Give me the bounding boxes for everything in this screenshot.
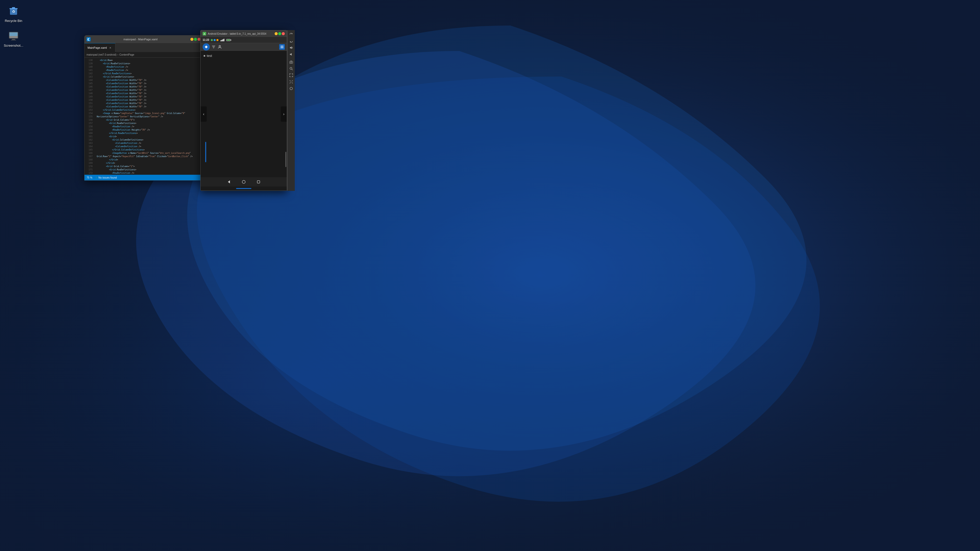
right-arrow-icon: › <box>283 112 285 116</box>
svg-rect-5 <box>12 7 15 8</box>
vscode-tab-mainpage[interactable]: MainPage.xaml ✕ <box>84 43 115 52</box>
left-arrow-icon: ‹ <box>203 112 204 116</box>
svg-rect-9 <box>10 32 18 36</box>
expand-icon[interactable] <box>288 73 294 78</box>
vscode-title-text: maisnpad - MainPage.xaml <box>92 38 189 41</box>
statusbar-zoom: 75 % <box>86 176 92 179</box>
recycle-bin-label: Recycle Bin <box>5 19 22 23</box>
grid-menu-button[interactable] <box>279 44 285 50</box>
battery-indicator <box>226 39 231 41</box>
blue-accent-bar <box>205 142 206 162</box>
filter-toolbar-icon[interactable] <box>211 44 216 49</box>
emulator-screen: ‹ test › <box>200 51 287 177</box>
minimize-button[interactable] <box>190 38 193 41</box>
vscode-win-controls <box>190 38 200 41</box>
test-text: test <box>207 54 212 58</box>
svg-point-30 <box>290 67 292 69</box>
emulator-status-icons <box>211 39 218 41</box>
shrink-icon[interactable] <box>288 79 294 85</box>
emulator-controls-bar: 11:23 <box>200 37 287 43</box>
svg-rect-20 <box>282 46 283 47</box>
emulator-maximize[interactable] <box>278 32 281 35</box>
svg-marker-23 <box>228 180 230 183</box>
statusbar-issues: ✓ No issues found <box>95 176 117 179</box>
rotate-cw-icon[interactable] <box>288 38 294 44</box>
volume-up-icon[interactable] <box>288 45 294 51</box>
svg-rect-21 <box>281 47 282 48</box>
emulator-icon: A <box>203 32 206 35</box>
tab-close-button[interactable]: ✕ <box>108 46 112 49</box>
vscode-statusbar: 75 % ✓ No issues found <box>84 175 203 180</box>
android-recents-button[interactable] <box>256 179 261 184</box>
app-toolbar <box>200 43 287 51</box>
svg-rect-19 <box>281 46 282 47</box>
emulator-right-toolbar <box>287 30 295 191</box>
test-label: test <box>204 54 284 58</box>
vscode-gutter: 138139140141142 143144145146147 14814915… <box>84 58 95 175</box>
test-bullet <box>204 55 205 57</box>
emulator-win-controls <box>275 32 285 35</box>
emulator-titlebar: A Android Emulator - tablet:5-in_7.1_res… <box>200 30 287 37</box>
status-dot-3 <box>216 39 218 41</box>
svg-rect-11 <box>11 40 16 40</box>
emulator-title-text: Android Emulator - tablet:5-in_7.1_res_a… <box>208 32 273 35</box>
android-home-button[interactable] <box>242 179 246 184</box>
android-back-button[interactable] <box>227 179 231 184</box>
svg-text:♻: ♻ <box>12 10 15 14</box>
svg-rect-10 <box>12 39 15 40</box>
app-logo <box>203 43 210 51</box>
emulator-window: A Android Emulator - tablet:5-in_7.1_res… <box>200 30 287 191</box>
person-toolbar-icon[interactable] <box>218 44 222 49</box>
recycle-bin-icon[interactable]: ♻ Recycle Bin <box>2 2 25 25</box>
status-dot-2 <box>213 39 216 41</box>
svg-text:A: A <box>204 33 205 35</box>
svg-line-31 <box>292 69 293 70</box>
emulator-time: 11:23 <box>203 38 209 41</box>
vscode-editor[interactable]: 138139140141142 143144145146147 14814915… <box>84 58 203 175</box>
nav-arrow-left[interactable]: ‹ <box>200 106 207 122</box>
svg-line-34 <box>290 83 291 83</box>
bottom-home-indicator <box>236 188 251 189</box>
svg-line-33 <box>292 80 293 81</box>
breadcrumb-separator: › <box>118 53 118 56</box>
scrollbar[interactable] <box>285 152 286 167</box>
svg-rect-25 <box>257 181 260 183</box>
svg-line-32 <box>290 80 291 81</box>
svg-point-24 <box>242 180 245 183</box>
emulator-close[interactable] <box>282 32 285 35</box>
svg-marker-26 <box>290 46 292 49</box>
svg-point-18 <box>219 45 221 47</box>
svg-point-29 <box>290 62 292 63</box>
android-nav-bar <box>200 177 287 186</box>
circle-rt-icon[interactable] <box>288 86 294 91</box>
status-dot-1 <box>211 39 213 41</box>
svg-point-36 <box>290 87 293 90</box>
vscode-code-content[interactable]: <Grid.Row> <Grid.RowDefinitions> <RowDef… <box>95 58 203 175</box>
svg-line-35 <box>292 83 293 83</box>
volume-down-icon[interactable] <box>288 52 294 57</box>
maximize-button[interactable] <box>194 38 197 41</box>
screenshot-image <box>7 29 20 42</box>
vscode-breadcrumb: maisnpad (net7.0-android) › ContentPage <box>84 52 203 58</box>
emulator-minimize[interactable] <box>275 32 278 35</box>
search-rt-icon[interactable] <box>288 66 294 71</box>
rotate-icon[interactable] <box>288 32 294 37</box>
recycle-bin-image: ♻ <box>7 4 20 17</box>
tab-label: MainPage.xaml <box>88 46 107 49</box>
app-screen-content: test <box>200 51 287 177</box>
vscode-tabs: MainPage.xaml ✕ <box>84 43 203 52</box>
screenshot-label: Screenshot... <box>4 44 24 48</box>
breadcrumb-file: maisnpad (net7.0-android) <box>86 53 116 56</box>
nav-arrow-right[interactable]: › <box>281 106 287 122</box>
screenshot-icon-item[interactable]: Screenshot... <box>2 27 25 50</box>
breadcrumb-symbol: ContentPage <box>119 53 134 56</box>
emulator-bottom-bar <box>200 186 287 191</box>
svg-rect-28 <box>290 61 293 64</box>
vscode-window: maisnpad - MainPage.xaml MainPage.xaml ✕… <box>84 35 203 181</box>
svg-marker-27 <box>290 53 292 56</box>
svg-point-14 <box>205 46 207 48</box>
vscode-titlebar: maisnpad - MainPage.xaml <box>84 35 203 43</box>
vscode-app-icon <box>86 37 91 41</box>
camera-icon[interactable] <box>288 59 294 65</box>
signal-bars <box>221 39 224 41</box>
